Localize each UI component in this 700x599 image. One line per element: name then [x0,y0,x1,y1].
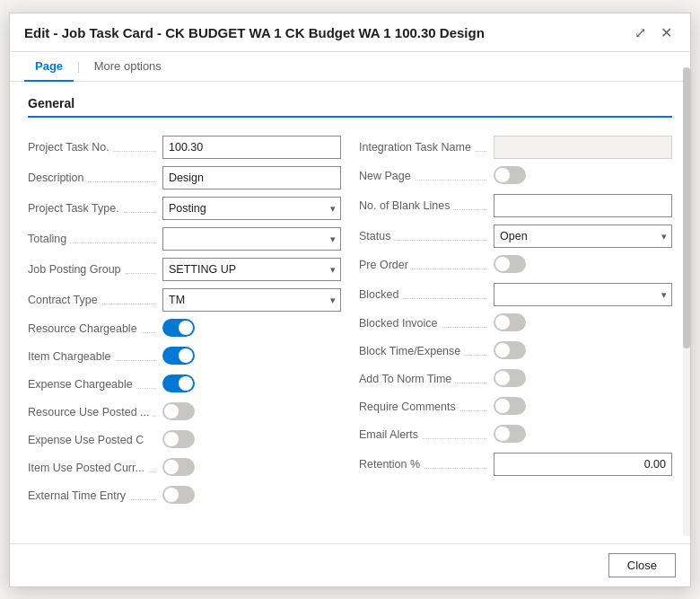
field-description: Description [28,163,341,193]
close-button[interactable]: ✕ [657,24,676,42]
select-wrapper-status: Open Quote Planning Completed [494,225,672,248]
field-project-task-type: Project Task Type. Posting Heading Total… [28,193,341,224]
label-new-page: New Page [359,170,494,182]
field-status: Status Open Quote Planning Completed [359,221,672,251]
label-retention-pct: Retention % [359,458,494,471]
label-project-task-no: Project Task No. [28,141,162,154]
close-button-footer[interactable]: Close [608,553,676,577]
label-resource-chargeable: Resource Chargeable [28,322,162,335]
field-retention-pct: Retention % [359,449,672,480]
header-icons: ⤢ ✕ [631,24,676,42]
field-job-posting-group: Job Posting Group SETTING UP [28,254,341,285]
toggle-item-use-posted[interactable] [162,458,195,476]
label-require-comments: Require Comments [359,401,494,413]
tab-more-options[interactable]: More options [83,52,172,82]
select-wrapper-totaling [162,227,341,251]
field-external-time-entry: External Time Entry [28,482,341,510]
toggle-resource-chargeable[interactable] [162,319,195,337]
dialog-header: Edit - Job Task Card - CK BUDGET WA 1 CK… [10,13,690,52]
input-project-task-no[interactable] [162,136,341,159]
label-totaling: Totaling [28,233,162,245]
label-item-use-posted: Item Use Posted Curr... [28,462,162,474]
input-no-blank-lines[interactable] [494,194,672,217]
field-expense-use-posted: Expense Use Posted C... [28,427,341,454]
dialog-footer: Close [10,543,690,586]
select-job-posting-group[interactable]: SETTING UP [162,258,341,281]
select-blocked[interactable]: All Posting [494,283,672,306]
label-pre-order: Pre Order [359,259,494,271]
label-integration-task-name: Integration Task Name [359,141,494,154]
label-item-chargeable: Item Chargeable [28,350,162,363]
field-item-use-posted: Item Use Posted Curr... [28,454,341,482]
input-integration-task-name [494,136,672,159]
toggle-add-norm-time[interactable] [494,369,526,387]
label-job-posting-group: Job Posting Group [28,263,162,276]
left-column: Project Task No. Description [28,132,341,510]
label-blocked-invoice: Blocked Invoice [359,317,494,330]
field-blocked: Blocked All Posting [359,279,672,310]
field-expense-chargeable: Expense Chargeable [28,371,341,399]
label-project-task-type: Project Task Type. [28,202,162,215]
scrollbar[interactable] [683,67,690,536]
label-expense-use-posted: Expense Use Posted C... [28,434,162,446]
fields-grid: Project Task No. Description [28,132,672,510]
toggle-block-time-expense[interactable] [494,341,526,359]
section-general-title: General [28,96,672,118]
scrollbar-thumb [683,67,690,348]
field-new-page: New Page [359,163,672,190]
toggle-expense-use-posted[interactable] [162,430,195,448]
select-wrapper-blocked: All Posting [494,283,672,306]
field-project-task-no: Project Task No. [28,132,341,163]
tabs-bar: Page | More options [10,52,690,82]
field-resource-use-posted: Resource Use Posted ... [28,399,341,427]
field-resource-chargeable: Resource Chargeable [28,315,341,343]
toggle-blocked-invoice[interactable] [494,313,526,331]
select-wrapper-task-type: Posting Heading Total Begin-Total End-To… [162,197,341,220]
label-status: Status [359,230,494,242]
select-wrapper-job-posting-group: SETTING UP [162,258,341,281]
dialog-title: Edit - Job Task Card - CK BUDGET WA 1 CK… [24,25,485,40]
field-totaling: Totaling [28,224,341,254]
input-description[interactable] [162,166,341,189]
label-blocked: Blocked [359,288,494,301]
field-contract-type: Contract Type TM [28,285,341,315]
label-description: Description [28,172,162,184]
select-project-task-type[interactable]: Posting Heading Total Begin-Total End-To… [162,197,341,220]
label-resource-use-posted: Resource Use Posted ... [28,406,162,418]
field-email-alerts: Email Alerts [359,421,672,449]
toggle-item-chargeable[interactable] [162,347,195,365]
expand-button[interactable]: ⤢ [631,24,650,42]
field-blocked-invoice: Blocked Invoice [359,310,672,338]
tab-separator: | [74,52,83,81]
label-add-norm-time: Add To Norm Time [359,373,494,385]
label-external-time-entry: External Time Entry [28,489,162,502]
toggle-resource-use-posted[interactable] [162,402,195,420]
label-expense-chargeable: Expense Chargeable [28,378,162,391]
select-status[interactable]: Open Quote Planning Completed [494,225,672,248]
field-integration-task-name: Integration Task Name [359,132,672,163]
dialog: Edit - Job Task Card - CK BUDGET WA 1 CK… [9,13,691,587]
label-block-time-expense: Block Time/Expense [359,345,494,357]
toggle-external-time-entry[interactable] [162,486,195,504]
toggle-email-alerts[interactable] [494,425,526,443]
field-pre-order: Pre Order [359,251,672,279]
field-block-time-expense: Block Time/Expense [359,338,672,366]
select-totaling[interactable] [162,227,341,251]
toggle-new-page[interactable] [494,166,526,184]
toggle-pre-order[interactable] [494,255,526,273]
field-item-chargeable: Item Chargeable [28,343,341,371]
dialog-body: General Project Task No. Description [10,82,690,543]
toggle-expense-chargeable[interactable] [162,374,195,392]
select-contract-type[interactable]: TM [162,288,341,312]
field-require-comments: Require Comments [359,393,672,421]
tab-page[interactable]: Page [24,52,74,82]
field-add-norm-time: Add To Norm Time [359,366,672,393]
select-wrapper-contract-type: TM [162,288,341,312]
right-column: Integration Task Name New Page [359,132,672,510]
input-retention-pct[interactable] [494,453,672,476]
field-no-blank-lines: No. of Blank Lines [359,190,672,221]
label-contract-type: Contract Type [28,294,162,306]
label-email-alerts: Email Alerts [359,428,494,441]
toggle-require-comments[interactable] [494,397,526,415]
label-no-blank-lines: No. of Blank Lines [359,199,494,212]
